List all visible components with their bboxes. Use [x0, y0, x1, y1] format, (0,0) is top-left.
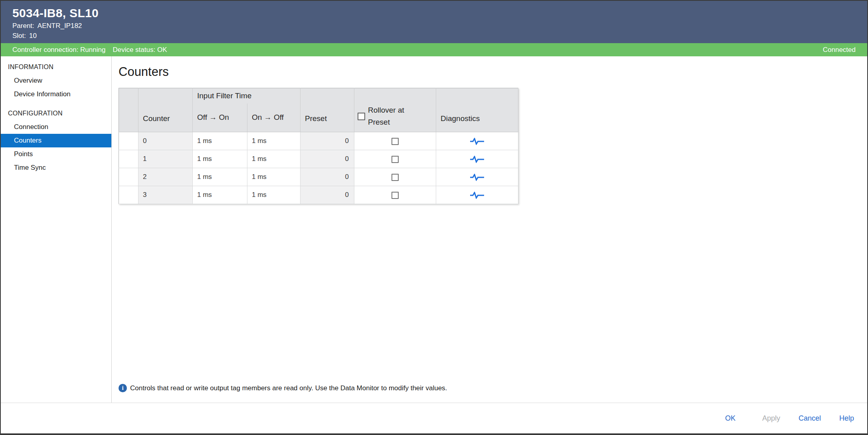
help-button[interactable]: Help [839, 414, 854, 423]
on-to-off-column-header: On → Off [247, 103, 301, 132]
ok-button[interactable]: OK [717, 410, 744, 427]
row-selector-header [119, 88, 138, 132]
counter-cell: 3 [138, 186, 193, 204]
page-title: Counters [119, 63, 867, 81]
counter-cell: 2 [138, 168, 193, 186]
table-row: 3 1 ms 1 ms 0 [119, 186, 518, 204]
rollover-checkbox[interactable] [391, 138, 399, 145]
pulse-waveform-icon[interactable] [470, 138, 484, 145]
titlebar: 5034-IB8, SL10 Parent:AENTR_IP182 Slot:1… [1, 1, 867, 43]
rollover-header-label: Rollover at Preset [368, 104, 404, 128]
table-row: 2 1 ms 1 ms 0 [119, 168, 518, 186]
info-icon: i [119, 384, 127, 392]
diagnostics-cell [436, 168, 518, 186]
pulse-waveform-icon[interactable] [470, 174, 484, 181]
on-to-off-cell[interactable]: 1 ms [247, 186, 301, 204]
rollover-checkbox[interactable] [391, 156, 399, 163]
rollover-cell [354, 132, 436, 150]
off-to-on-column-header: Off → On [193, 103, 247, 132]
sidebar-item-counters[interactable]: Counters [1, 134, 111, 147]
preset-cell: 0 [301, 150, 354, 168]
dialog-button-bar: OK Apply Cancel Help [1, 403, 867, 433]
apply-button[interactable]: Apply [762, 414, 780, 423]
read-only-note: i Controls that read or write output tag… [119, 384, 447, 392]
on-to-off-cell[interactable]: 1 ms [247, 132, 301, 150]
pulse-waveform-icon[interactable] [470, 156, 484, 163]
read-only-note-text: Controls that read or write output tag m… [130, 384, 447, 392]
off-to-on-cell[interactable]: 1 ms [193, 168, 247, 186]
diagnostics-cell [436, 132, 518, 150]
parent-value: AENTR_IP182 [38, 22, 82, 30]
connected-status: Connected [823, 46, 856, 54]
sidebar-section-configuration: CONFIGURATION [1, 107, 111, 120]
preset-cell: 0 [301, 168, 354, 186]
preset-column-header: Preset [301, 88, 354, 132]
window-body: INFORMATION Overview Device Information … [1, 56, 867, 403]
rollover-checkbox[interactable] [391, 192, 399, 199]
rollover-checkbox[interactable] [391, 174, 399, 181]
diagnostics-cell [436, 186, 518, 204]
module-title: 5034-IB8, SL10 [12, 6, 856, 20]
sidebar-item-connection[interactable]: Connection [1, 120, 111, 134]
off-to-on-cell[interactable]: 1 ms [193, 132, 247, 150]
sidebar-item-device-information[interactable]: Device Information [1, 87, 111, 101]
row-selector-cell[interactable] [119, 132, 138, 150]
counters-table: Counter Input Filter Time Preset Rollove… [119, 88, 518, 204]
slot-value: 10 [29, 32, 37, 40]
sidebar-section-information: INFORMATION [1, 60, 111, 74]
on-to-off-cell[interactable]: 1 ms [247, 168, 301, 186]
table-row: 1 1 ms 1 ms 0 [119, 150, 518, 168]
parent-line: Parent:AENTR_IP182 [12, 22, 856, 30]
off-to-on-cell[interactable]: 1 ms [193, 186, 247, 204]
diagnostics-column-header: Diagnostics [436, 88, 518, 132]
input-filter-time-group-header: Input Filter Time [193, 88, 301, 103]
counter-cell: 1 [138, 150, 193, 168]
diagnostics-cell [436, 150, 518, 168]
controller-connection-status: Controller connection: Running [12, 46, 105, 54]
pulse-waveform-icon[interactable] [470, 192, 484, 199]
rollover-column-header: Rollover at Preset [354, 88, 436, 132]
counter-column-header: Counter [138, 88, 193, 132]
rollover-cell [354, 186, 436, 204]
counters-page: Counters Counter Input Filter Time Prese… [112, 56, 867, 403]
parent-label: Parent: [12, 22, 34, 30]
preset-cell: 0 [301, 132, 354, 150]
status-left-group: Controller connection: Running Device st… [12, 46, 167, 54]
rollover-all-checkbox[interactable] [358, 113, 365, 120]
rollover-cell [354, 150, 436, 168]
cancel-button[interactable]: Cancel [799, 414, 821, 423]
preset-cell: 0 [301, 186, 354, 204]
device-status: Device status: OK [113, 46, 167, 54]
module-properties-window: 5034-IB8, SL10 Parent:AENTR_IP182 Slot:1… [0, 0, 868, 435]
sidebar-item-points[interactable]: Points [1, 147, 111, 161]
off-to-on-cell[interactable]: 1 ms [193, 150, 247, 168]
slot-label: Slot: [12, 32, 26, 40]
counter-cell: 0 [138, 132, 193, 150]
on-to-off-cell[interactable]: 1 ms [247, 150, 301, 168]
row-selector-cell[interactable] [119, 186, 138, 204]
connection-status-bar: Controller connection: Running Device st… [1, 43, 867, 56]
category-sidebar: INFORMATION Overview Device Information … [1, 56, 112, 403]
row-selector-cell[interactable] [119, 150, 138, 168]
table-row: 0 1 ms 1 ms 0 [119, 132, 518, 150]
sidebar-item-time-sync[interactable]: Time Sync [1, 161, 111, 175]
rollover-cell [354, 168, 436, 186]
slot-line: Slot:10 [12, 32, 856, 40]
row-selector-cell[interactable] [119, 168, 138, 186]
sidebar-item-overview[interactable]: Overview [1, 74, 111, 87]
